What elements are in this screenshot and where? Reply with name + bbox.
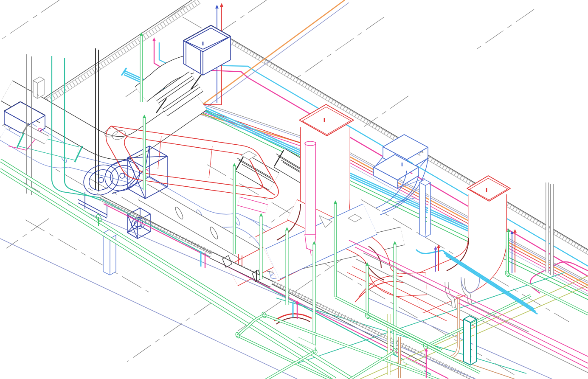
grid-line <box>6 219 49 248</box>
flow-arrow <box>434 246 437 250</box>
flow-arrow <box>143 115 146 118</box>
flow-arrow <box>233 163 236 166</box>
green-grid-run-inner <box>266 351 315 379</box>
grid-line <box>475 9 534 51</box>
magenta-capsule-inner <box>239 201 267 209</box>
flow-arrow <box>513 229 517 233</box>
teal-riser-front <box>464 319 470 365</box>
flow-arrow <box>215 5 219 8</box>
gray-open-box-front <box>33 81 37 98</box>
flow-arrow <box>259 213 263 216</box>
flow-arrow <box>220 3 223 7</box>
mep-3d-wireframe-view <box>0 0 588 379</box>
blue-column-front <box>103 235 110 275</box>
drawing-canvas <box>0 0 588 379</box>
flow-arrow <box>437 244 440 248</box>
grid-line <box>25 220 149 292</box>
fan-link <box>112 188 127 194</box>
duct-silencers <box>156 75 324 190</box>
blue-riser-front <box>419 182 425 237</box>
grid-line <box>127 302 212 362</box>
grid-line <box>0 0 59 40</box>
small-fan-frame-bottom <box>127 226 150 239</box>
flow-arrow <box>152 37 156 41</box>
fan-hub <box>98 177 104 182</box>
red-ring-seam <box>209 146 212 178</box>
arrows-violet <box>434 246 437 250</box>
grid-line <box>297 17 384 78</box>
